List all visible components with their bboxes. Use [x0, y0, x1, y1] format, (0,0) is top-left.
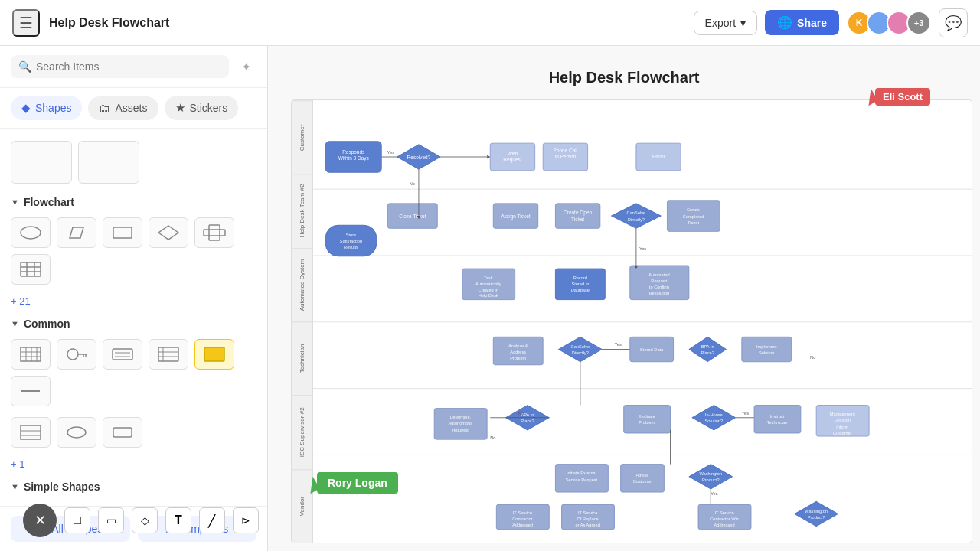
section-simple-shapes[interactable]: ▼ Simple Shapes [11, 474, 256, 497]
svg-text:Stored Data: Stored Data [640, 347, 664, 352]
svg-text:Assign Ticket: Assign Ticket [501, 214, 530, 220]
shape-diamond[interactable] [149, 217, 188, 248]
share-button[interactable]: 🌐 Share [765, 10, 839, 35]
row-helpdesk: Help Desk Team #2 [292, 174, 312, 247]
cursor-rory-logan-label: Rory Logan [317, 472, 398, 494]
svg-text:IT Service: IT Service [578, 510, 597, 515]
shape-small-table[interactable] [11, 417, 51, 448]
tab-shapes[interactable]: ◆ Shapes [11, 96, 82, 120]
tool-diamond[interactable]: ◇ [132, 507, 158, 533]
svg-text:Automated: Automated [648, 272, 669, 277]
svg-text:Stored In: Stored In [571, 282, 589, 286]
common-shapes-grid-2 [11, 412, 256, 454]
shape-parallelogram[interactable] [57, 217, 96, 248]
shape-highlight-box[interactable] [194, 339, 234, 370]
section-flowchart[interactable]: ▼ Flowchart [11, 190, 256, 213]
svg-text:Directly?: Directly? [628, 217, 645, 222]
shape-cross[interactable] [194, 217, 234, 248]
shape-rect-small[interactable] [103, 417, 142, 448]
svg-text:Advise: Advise [636, 473, 649, 478]
svg-marker-144 [689, 465, 733, 489]
shape-rectangle[interactable] [103, 217, 142, 248]
tool-select[interactable]: ⊳ [233, 507, 259, 533]
shape-list[interactable] [149, 339, 188, 370]
bottom-toolbar: ✕ □ ▭ ◇ T ╱ ⊳ [23, 504, 259, 537]
comment-button[interactable]: 💬 [939, 8, 968, 37]
tab-assets[interactable]: 🗂 Assets [88, 96, 158, 120]
menu-button[interactable]: ☰ [12, 9, 40, 37]
svg-rect-121 [624, 406, 671, 434]
shape-oval[interactable] [57, 417, 96, 448]
shape-divider[interactable] [11, 376, 51, 406]
shape-terminal[interactable] [11, 217, 51, 248]
flowchart-shapes-grid [11, 213, 256, 291]
svg-text:Task: Task [484, 276, 493, 280]
shape-table[interactable] [11, 254, 51, 285]
svg-text:No: No [410, 181, 415, 186]
svg-rect-30 [21, 425, 41, 439]
chevron-down-icon: ▾ [740, 17, 746, 29]
svg-text:Close Ticket: Close Ticket [399, 214, 426, 219]
tool-text-tool[interactable]: T [165, 507, 191, 533]
search-input[interactable] [36, 60, 221, 73]
svg-text:required: required [452, 428, 469, 432]
section-common[interactable]: ▼ Common [11, 311, 256, 334]
shape-grid[interactable] [11, 339, 51, 370]
svg-text:IT Service: IT Service [513, 510, 532, 515]
svg-text:Within 3 Days: Within 3 Days [338, 155, 370, 161]
svg-text:Addressed: Addressed [512, 523, 533, 527]
svg-text:Phone Call: Phone Call [554, 148, 578, 153]
svg-text:Instruct: Instruct [770, 414, 785, 419]
svg-text:Place?: Place? [701, 350, 714, 355]
svg-point-17 [67, 349, 78, 360]
svg-rect-11 [21, 347, 41, 361]
export-label: Export [705, 17, 736, 29]
shape-keyboard[interactable] [103, 339, 142, 370]
search-input-wrap[interactable]: 🔍 [11, 55, 229, 78]
svg-rect-110 [742, 337, 792, 361]
document-title: Help Desk Flowchart [49, 16, 169, 30]
svg-marker-160 [795, 501, 838, 526]
tab-stickers[interactable]: ★ Stickers [165, 96, 239, 120]
canvas-area[interactable]: Help Desk Flowchart Customer Help Desk T… [268, 46, 980, 551]
svg-text:Yes: Yes [710, 491, 717, 496]
row-customer: Customer [292, 100, 312, 174]
simple-shapes-label: Simple Shapes [24, 481, 100, 493]
svg-text:CanSolve: CanSolve [571, 344, 590, 349]
shape-key[interactable] [57, 339, 96, 370]
flowchart-section-label: Flowchart [24, 196, 74, 208]
tool-rounded[interactable]: ▭ [98, 507, 124, 533]
tab-bar: ◆ Shapes 🗂 Assets ★ Stickers [0, 88, 267, 129]
svg-text:In Person: In Person [555, 154, 577, 159]
flowchart-more-count[interactable]: + 21 [11, 291, 256, 311]
tool-rect[interactable]: □ [64, 507, 90, 533]
svg-rect-21 [113, 349, 132, 360]
svg-text:Create Open: Create Open [564, 210, 593, 216]
magic-wand-button[interactable]: ✦ [235, 56, 256, 77]
svg-text:In-House: In-House [705, 412, 723, 417]
common-more-count[interactable]: + 1 [11, 454, 256, 474]
share-label: Share [797, 17, 827, 29]
shape-preview-1[interactable] [11, 141, 72, 184]
svg-text:Service Request: Service Request [566, 478, 598, 482]
svg-text:to Confirm: to Confirm [649, 285, 669, 289]
export-button[interactable]: Export ▾ [694, 11, 757, 35]
svg-marker-100 [558, 337, 602, 361]
cursor-eli-scott-label: Eli Scott [875, 88, 930, 106]
header-actions: Export ▾ 🌐 Share K +3 💬 [694, 8, 968, 37]
search-bar: 🔍 ✦ [0, 46, 267, 88]
svg-text:Solution?: Solution? [705, 419, 724, 423]
shape-preview-2[interactable] [78, 141, 139, 184]
tool-line-tool[interactable]: ╱ [199, 507, 225, 533]
svg-rect-6 [21, 262, 41, 276]
svg-text:or As Agreed: or As Agreed [575, 523, 599, 527]
svg-text:IT Service: IT Service [714, 510, 733, 515]
svg-text:Determine,: Determine, [449, 415, 471, 419]
svg-text:Ticket: Ticket [571, 217, 584, 222]
close-fab-button[interactable]: ✕ [23, 504, 57, 537]
svg-text:Management: Management [830, 412, 855, 416]
svg-text:Store: Store [346, 233, 357, 237]
svg-text:Place?: Place? [521, 419, 534, 423]
svg-text:Web: Web [508, 151, 518, 156]
common-section-label: Common [24, 318, 70, 330]
